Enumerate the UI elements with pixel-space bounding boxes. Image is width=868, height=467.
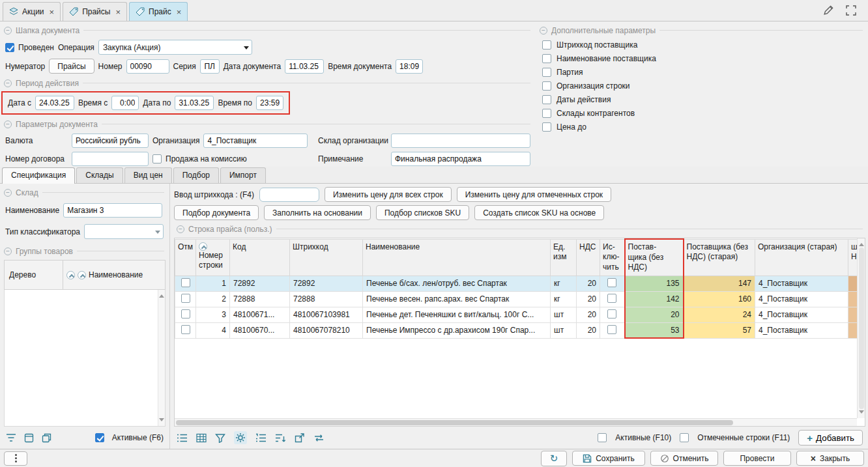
collapse-icon[interactable] [4,27,12,35]
row-exclude-cell[interactable] [600,322,625,338]
barcode-entry-input[interactable] [259,188,319,202]
close-icon[interactable]: × [50,8,55,16]
row-mark-cell[interactable] [175,276,196,291]
org-warehouse-input[interactable] [391,134,530,148]
sort-list-icon[interactable] [275,433,286,443]
column-header-supplier-price[interactable]: Постав- щика (без НДС) [625,239,684,276]
row-line-no[interactable]: 1 [196,276,230,291]
row-clipped-cell[interactable] [848,307,858,322]
copy-icon[interactable] [42,433,51,443]
row-mark-cell[interactable] [175,307,196,322]
row-supplier-price[interactable]: 20 [625,307,684,322]
row-name[interactable]: Печенье Импрессо с др.арахисом 190г Спар… [363,322,551,338]
window-tab-stocks[interactable]: Акции × [3,2,61,21]
numerator-button[interactable]: Прайсы [49,59,94,74]
tree-column-header[interactable]: Дерево [9,270,36,279]
marked-list-icon[interactable] [177,433,188,443]
refresh-button[interactable]: ↻ [541,451,567,466]
close-button[interactable]: × Закрыть [796,451,864,466]
posted-checkbox[interactable] [5,43,14,52]
currency-input[interactable] [72,134,149,148]
row-exclude-cell[interactable] [600,307,625,322]
table-row[interactable]: 1 72892 72892 Печенье б/сах. лен/отруб. … [175,276,858,291]
pencil-icon[interactable] [823,5,834,16]
numbered-list-icon[interactable] [255,433,267,443]
row-supplier-price-old[interactable]: 160 [684,291,755,307]
extra-param-checkbox[interactable] [542,54,551,63]
table-vertical-scrollbar[interactable] [857,238,865,418]
filter-list-icon[interactable] [6,433,16,442]
scroll-down-icon[interactable] [859,410,864,416]
change-price-marked-button[interactable]: Изменить цену для отмеченных строк [457,187,611,202]
row-line-no[interactable]: 4 [196,322,230,338]
row-supplier-price-old[interactable]: 147 [684,276,755,291]
classifier-type-select[interactable] [84,224,164,239]
column-header-unit[interactable]: Ед. изм [551,239,577,276]
note-input[interactable] [391,152,530,166]
row-code[interactable]: 72888 [230,291,290,307]
row-unit[interactable]: кг [551,276,577,291]
row-name[interactable]: Печенье дет. Печеняшки с вит/кальц. 100г… [363,307,551,322]
row-mark-cell[interactable] [175,291,196,307]
extra-param-checkbox[interactable] [542,81,551,91]
row-name[interactable]: Печенье б/сах. лен/отруб. вес Спартак [363,276,551,291]
table-view-icon[interactable] [196,433,207,443]
change-price-all-button[interactable]: Изменить цену для всех строк [325,187,452,202]
column-header-barcode[interactable]: Штрихкод [290,239,363,276]
active-f6-checkbox[interactable] [95,433,104,442]
cancel-button[interactable]: Отменить [650,451,718,466]
post-button[interactable]: Провести [723,451,791,466]
tab-warehouses[interactable]: Склады [76,167,123,183]
row-supplier-price[interactable]: 135 [625,276,684,291]
row-code[interactable]: 48100670... [230,322,290,338]
extra-param-checkbox[interactable] [542,109,551,118]
filter-icon[interactable] [215,433,225,443]
column-header-exclude[interactable]: Ис- клю- чить [600,239,625,276]
open-external-icon[interactable] [295,433,305,443]
row-line-no[interactable]: 3 [196,307,230,322]
fullscreen-icon[interactable] [846,5,856,16]
pick-sku-lists-button[interactable]: Подбор списков SKU [376,205,469,220]
collapse-icon[interactable] [4,248,12,255]
warehouse-name-input[interactable] [63,203,162,218]
row-mark-checkbox[interactable] [181,278,190,287]
extra-param-checkbox[interactable] [542,95,551,104]
save-button[interactable]: Сохранить [572,451,645,466]
row-mark-checkbox[interactable] [181,325,190,334]
row-organization-old[interactable]: 4_Поставщик [755,322,848,338]
row-exclude-checkbox[interactable] [607,294,616,303]
row-exclude-checkbox[interactable] [607,309,616,318]
row-unit[interactable]: кг [551,291,577,307]
commission-checkbox[interactable] [152,154,162,163]
row-organization-old[interactable]: 4_Поставщик [755,276,848,291]
extra-param-checkbox[interactable] [542,122,551,132]
row-mark-checkbox[interactable] [181,309,190,318]
table-row[interactable]: 2 72888 72888 Печенье весен. рапс.арах. … [175,291,858,307]
row-supplier-price-old[interactable]: 57 [684,322,755,338]
more-actions-button[interactable] [4,451,27,466]
window-tab-price[interactable]: Прайс × [129,2,188,21]
tab-selection[interactable]: Подбор [173,167,219,183]
row-line-no[interactable]: 2 [196,291,230,307]
fill-from-basis-button[interactable]: Заполнить на основании [264,205,371,220]
row-vat[interactable]: 20 [577,276,600,291]
row-supplier-price-old[interactable]: 24 [684,307,755,322]
add-row-button[interactable]: + Добавить [798,430,863,446]
row-exclude-cell[interactable] [600,276,625,291]
new-window-icon[interactable] [24,433,34,443]
row-vat[interactable]: 20 [577,307,600,322]
row-barcode[interactable]: 72888 [290,291,363,307]
scrollbar-thumb[interactable] [859,248,864,409]
row-barcode[interactable]: 72892 [290,276,363,291]
table-horizontal-scrollbar[interactable] [175,418,857,426]
refresh-columns-icon[interactable] [313,433,325,443]
sort-asc-icon[interactable] [66,271,75,279]
row-vat[interactable]: 20 [577,322,600,338]
row-name[interactable]: Печенье весен. рапс.арах. вес Спартак [363,291,551,307]
tab-import[interactable]: Импорт [220,167,266,183]
row-clipped-cell[interactable] [848,276,858,291]
row-exclude-checkbox[interactable] [607,325,616,334]
marked-rows-f11-checkbox[interactable] [680,433,689,442]
window-tab-pricelists[interactable]: Прайсы × [63,2,127,21]
series-input[interactable] [200,59,220,74]
